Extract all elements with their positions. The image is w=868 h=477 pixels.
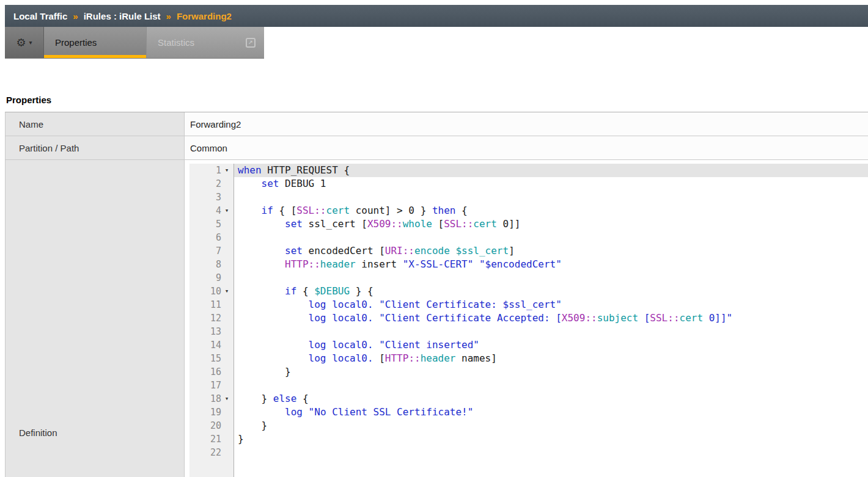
- options-menu-button[interactable]: ⚙ ▾: [5, 27, 44, 58]
- code-line-text: when HTTP_REQUEST {: [234, 164, 868, 177]
- line-number: 12: [189, 311, 221, 325]
- code-line[interactable]: 11 log local0. "Client Certificate: $ssl…: [189, 298, 868, 311]
- line-number: 1: [189, 164, 221, 177]
- line-number-gutter: 14: [189, 338, 234, 352]
- line-number: 6: [189, 231, 221, 244]
- fold-arrow-icon[interactable]: ▾: [221, 392, 232, 406]
- breadcrumb-local-traffic[interactable]: Local Traffic: [13, 11, 67, 21]
- partition-path-label: Partition / Path: [6, 136, 185, 159]
- code-line[interactable]: 10▾ if { $DEBUG } {: [189, 285, 868, 298]
- code-line-text: set DEBUG 1: [234, 177, 868, 191]
- external-link-glyph: ↗: [248, 40, 253, 45]
- code-line[interactable]: 14 log local0. "Client inserted": [189, 338, 868, 352]
- code-line[interactable]: 5 set ssl_cert [X509::whole [SSL::cert 0…: [189, 217, 868, 231]
- partition-path-value: Common: [185, 136, 868, 159]
- code-line[interactable]: 13: [189, 325, 868, 338]
- name-label: Name: [6, 112, 185, 136]
- table-row-name: Name Forwarding2: [6, 112, 868, 136]
- code-line-text: [234, 446, 868, 459]
- code-line[interactable]: 16 }: [189, 365, 868, 379]
- code-line-text: if { $DEBUG } {: [234, 285, 868, 298]
- code-line-text: [234, 271, 868, 285]
- line-number: 14: [189, 338, 221, 352]
- tab-statistics[interactable]: Statistics ↗: [147, 27, 264, 58]
- line-number: 20: [189, 419, 221, 432]
- code-line-text: set encodedCert [URI::encode $ssl_cert]: [234, 244, 868, 258]
- line-number-gutter: 21: [189, 432, 234, 446]
- line-number-gutter: 22: [189, 446, 234, 459]
- code-line[interactable]: 3: [189, 191, 868, 204]
- code-line[interactable]: 20 }: [189, 419, 868, 432]
- code-line[interactable]: 22: [189, 446, 868, 459]
- table-row-definition: Definition 1▾when HTTP_REQUEST {2 set DE…: [6, 160, 868, 477]
- fold-arrow-icon[interactable]: ▾: [221, 164, 232, 177]
- code-line[interactable]: 8 HTTP::header insert "X-SSL-CERT" "$enc…: [189, 258, 868, 271]
- line-number: 10: [189, 285, 221, 298]
- code-line-text: log "No Client SSL Certificate!": [234, 406, 868, 419]
- code-line[interactable]: 12 log local0. "Client Certificate Accep…: [189, 311, 868, 325]
- code-line[interactable]: 7 set encodedCert [URI::encode $ssl_cert…: [189, 244, 868, 258]
- breadcrumb-irule-list[interactable]: iRules : iRule List: [84, 11, 161, 21]
- tab-statistics-label: Statistics: [158, 37, 194, 48]
- breadcrumb: Local Traffic » iRules : iRule List » Fo…: [5, 5, 868, 27]
- code-line[interactable]: 1▾when HTTP_REQUEST {: [189, 164, 868, 177]
- line-number: 22: [189, 446, 221, 459]
- code-line-text: if { [SSL::cert count] > 0 } then {: [234, 204, 868, 217]
- definition-label-cell: Definition: [6, 160, 185, 477]
- line-number: 7: [189, 244, 221, 258]
- breadcrumb-separator-icon: »: [73, 11, 78, 21]
- line-number: 19: [189, 406, 221, 419]
- name-value: Forwarding2: [185, 112, 868, 136]
- code-line-text: log local0. "Client inserted": [234, 338, 868, 352]
- code-line[interactable]: 19 log "No Client SSL Certificate!": [189, 406, 868, 419]
- code-line[interactable]: 4▾ if { [SSL::cert count] > 0 } then {: [189, 204, 868, 217]
- code-line-text: }: [234, 365, 868, 379]
- code-line-text: [234, 231, 868, 244]
- line-number: 13: [189, 325, 221, 338]
- chevron-down-icon: ▾: [29, 40, 32, 46]
- line-number-gutter: 19: [189, 406, 234, 419]
- code-line[interactable]: 2 set DEBUG 1: [189, 177, 868, 191]
- properties-table: Name Forwarding2 Partition / Path Common…: [5, 112, 868, 477]
- line-number-gutter: 18▾: [189, 392, 234, 406]
- code-line[interactable]: 17: [189, 379, 868, 392]
- line-number-gutter: 10▾: [189, 285, 234, 298]
- code-line-text: log local0. [HTTP::header names]: [234, 352, 868, 365]
- line-number-gutter: 20: [189, 419, 234, 432]
- line-number-gutter: 16: [189, 365, 234, 379]
- code-line-text: [234, 325, 868, 338]
- line-number-gutter: 6: [189, 231, 234, 244]
- line-number: 15: [189, 352, 221, 365]
- code-line[interactable]: 21}: [189, 432, 868, 446]
- code-line[interactable]: 9: [189, 271, 868, 285]
- line-number: 4: [189, 204, 221, 217]
- line-number: 18: [189, 392, 221, 406]
- code-line-text: log local0. "Client Certificate Accepted…: [234, 311, 868, 325]
- code-line[interactable]: 6: [189, 231, 868, 244]
- external-link-icon: ↗: [246, 38, 256, 48]
- fold-arrow-icon[interactable]: ▾: [221, 285, 232, 298]
- table-row-partition-path: Partition / Path Common: [6, 136, 868, 160]
- page-title: Properties: [6, 95, 51, 105]
- line-number-gutter: 9: [189, 271, 234, 285]
- line-number: 9: [189, 271, 221, 285]
- line-number-gutter: 11: [189, 298, 234, 311]
- code-line-text: set ssl_cert [X509::whole [SSL::cert 0]]: [234, 217, 868, 231]
- breadcrumb-current-page: Forwarding2: [177, 11, 232, 21]
- line-number: 21: [189, 432, 221, 446]
- line-number: 16: [189, 365, 221, 379]
- line-number-gutter: 2: [189, 177, 234, 191]
- code-line-text: [234, 379, 868, 392]
- line-number-gutter: 15: [189, 352, 234, 365]
- line-number: 3: [189, 191, 221, 204]
- line-number: 2: [189, 177, 221, 191]
- code-line[interactable]: 18▾ } else {: [189, 392, 868, 406]
- tab-properties[interactable]: Properties: [44, 27, 147, 58]
- code-line[interactable]: 15 log local0. [HTTP::header names]: [189, 352, 868, 365]
- gear-icon: ⚙: [16, 37, 26, 48]
- line-number-gutter: 4▾: [189, 204, 234, 217]
- fold-arrow-icon[interactable]: ▾: [221, 204, 232, 217]
- line-number: 11: [189, 298, 221, 311]
- line-number: 5: [189, 217, 221, 231]
- code-editor[interactable]: 1▾when HTTP_REQUEST {2 set DEBUG 134▾ if…: [189, 164, 868, 477]
